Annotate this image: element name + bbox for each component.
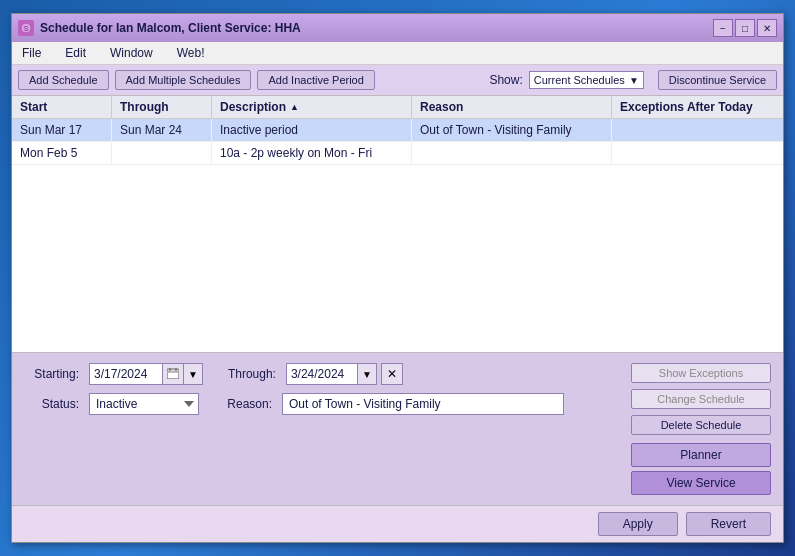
planner-row: Planner <box>24 443 771 467</box>
view-service-button[interactable]: View Service <box>631 471 771 495</box>
maximize-button[interactable]: □ <box>735 19 755 37</box>
form-right: Show Exceptions Change Schedule Delete S… <box>621 363 771 435</box>
reason-input[interactable] <box>282 393 564 415</box>
svg-rect-3 <box>168 372 178 378</box>
cell-description-0: Inactive period <box>212 119 412 141</box>
app-icon: S <box>18 20 34 36</box>
col-through: Through <box>112 96 212 118</box>
through-date-input[interactable] <box>287 365 357 383</box>
status-dropdown[interactable]: Inactive <box>89 393 199 415</box>
starting-through-row: Starting: ▼ <box>24 363 621 385</box>
through-dropdown-button[interactable]: ▼ <box>357 364 376 384</box>
status-label: Status: <box>24 397 79 411</box>
revert-button[interactable]: Revert <box>686 512 771 536</box>
apply-button[interactable]: Apply <box>598 512 678 536</box>
col-description: Description ▲ <box>212 96 412 118</box>
window-title: Schedule for Ian Malcom, Client Service:… <box>40 21 301 35</box>
cell-exceptions-1 <box>612 142 783 164</box>
cell-reason-0: Out of Town - Visiting Family <box>412 119 612 141</box>
add-multiple-schedules-button[interactable]: Add Multiple Schedules <box>115 70 252 90</box>
cell-through-0: Sun Mar 24 <box>112 119 212 141</box>
grid-header: Start Through Description ▲ Reason Excep… <box>12 96 783 119</box>
menu-file[interactable]: File <box>16 44 47 62</box>
show-dropdown-value: Current Schedules <box>534 74 625 86</box>
through-label: Through: <box>221 367 276 381</box>
add-schedule-button[interactable]: Add Schedule <box>18 70 109 90</box>
starting-date-wrap: ▼ <box>89 363 203 385</box>
view-service-row: View Service <box>24 471 771 495</box>
reason-label: Reason: <box>217 397 272 411</box>
bottom-bar: Apply Revert <box>12 505 783 542</box>
menu-window[interactable]: Window <box>104 44 159 62</box>
col-exceptions: Exceptions After Today <box>612 96 783 118</box>
show-dropdown-arrow-icon: ▼ <box>629 75 639 86</box>
menu-web[interactable]: Web! <box>171 44 211 62</box>
starting-date-input[interactable] <box>90 365 162 383</box>
menu-edit[interactable]: Edit <box>59 44 92 62</box>
grid-body: Sun Mar 17 Sun Mar 24 Inactive period Ou… <box>12 119 783 165</box>
title-bar-left: S Schedule for Ian Malcom, Client Servic… <box>18 20 301 36</box>
menu-bar: File Edit Window Web! <box>12 42 783 65</box>
cell-through-1 <box>112 142 212 164</box>
table-row[interactable]: Sun Mar 17 Sun Mar 24 Inactive period Ou… <box>12 119 783 142</box>
close-button[interactable]: ✕ <box>757 19 777 37</box>
starting-dropdown-button[interactable]: ▼ <box>183 364 202 384</box>
sort-arrow-icon: ▲ <box>290 102 299 112</box>
through-clear-button[interactable]: ✕ <box>381 363 403 385</box>
form-left: Starting: ▼ <box>24 363 621 435</box>
add-inactive-period-button[interactable]: Add Inactive Period <box>257 70 374 90</box>
cell-reason-1 <box>412 142 612 164</box>
title-bar: S Schedule for Ian Malcom, Client Servic… <box>12 14 783 42</box>
form-area: Starting: ▼ <box>12 353 783 505</box>
delete-schedule-button[interactable]: Delete Schedule <box>631 415 771 435</box>
show-exceptions-button[interactable]: Show Exceptions <box>631 363 771 383</box>
col-reason: Reason <box>412 96 612 118</box>
show-dropdown[interactable]: Current Schedules ▼ <box>529 71 644 89</box>
through-date-input-wrap: ▼ <box>286 363 377 385</box>
starting-calendar-button[interactable] <box>162 364 183 384</box>
show-label: Show: <box>489 73 522 87</box>
cell-start-0: Sun Mar 17 <box>12 119 112 141</box>
through-wrap: ▼ ✕ <box>286 363 403 385</box>
starting-label: Starting: <box>24 367 79 381</box>
planner-button[interactable]: Planner <box>631 443 771 467</box>
form-sections: Starting: ▼ <box>24 363 771 435</box>
cell-description-1: 10a - 2p weekly on Mon - Fri <box>212 142 412 164</box>
col-start: Start <box>12 96 112 118</box>
main-window: S Schedule for Ian Malcom, Client Servic… <box>11 13 784 543</box>
minimize-button[interactable]: − <box>713 19 733 37</box>
change-schedule-button[interactable]: Change Schedule <box>631 389 771 409</box>
toolbar: Add Schedule Add Multiple Schedules Add … <box>12 65 783 96</box>
table-row[interactable]: Mon Feb 5 10a - 2p weekly on Mon - Fri <box>12 142 783 165</box>
status-reason-row: Status: Inactive Reason: <box>24 393 621 415</box>
schedule-grid: Start Through Description ▲ Reason Excep… <box>12 96 783 353</box>
title-controls: − □ ✕ <box>713 19 777 37</box>
cell-start-1: Mon Feb 5 <box>12 142 112 164</box>
cell-exceptions-0 <box>612 119 783 141</box>
svg-text:S: S <box>24 25 29 32</box>
discontinue-service-button[interactable]: Discontinue Service <box>658 70 777 90</box>
